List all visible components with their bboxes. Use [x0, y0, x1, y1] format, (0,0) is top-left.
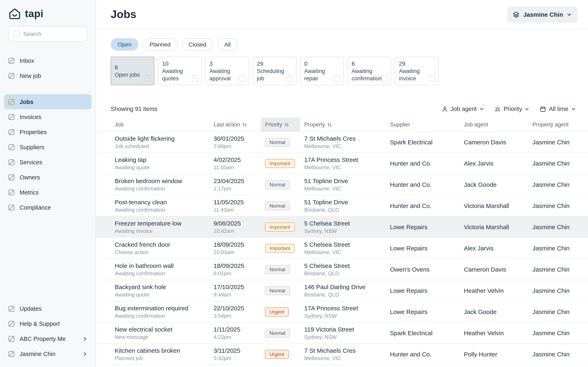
- column-header-property-agent: Property agent: [528, 118, 588, 132]
- sidebar-item-compliance[interactable]: Compliance: [4, 200, 91, 215]
- sidebar-item-jobs[interactable]: Jobs: [4, 94, 91, 109]
- chevron-down-icon: [480, 107, 484, 111]
- property-address: 5 Chelsea Street: [304, 220, 382, 227]
- sidebar-item-label: Jobs: [20, 99, 34, 105]
- stat-card-scheduling-job[interactable]: 29 Scheduling job: [253, 57, 296, 85]
- sidebar-item-abc-property-me[interactable]: ABC Property Me: [4, 331, 91, 346]
- sidebar-item-invoices[interactable]: Invoices: [4, 109, 91, 124]
- stat-card-label: Scheduling job: [257, 68, 287, 82]
- property-agent-name: Jasmine Chin: [532, 139, 584, 146]
- filter-tab-label: Planned: [150, 41, 171, 48]
- property-agent-name: Jasmine Chin: [532, 287, 584, 294]
- time-filter[interactable]: All time: [540, 106, 576, 112]
- user-menu-button[interactable]: Jasmine Chin: [507, 6, 577, 23]
- table-row[interactable]: Leaking tapAwaiting quote 4/02/202511:50…: [96, 153, 588, 174]
- sidebar-item-help-support[interactable]: Help & Support: [4, 316, 91, 331]
- supplier-name: Lowe Repairs: [390, 287, 456, 294]
- placeholder-icon: [8, 72, 15, 79]
- table-row[interactable]: Freezer temperature lowAwaiting invoice …: [96, 216, 588, 238]
- table-row[interactable]: Broken bedroom windowAwaiting confirmati…: [96, 174, 588, 195]
- property-address: 7 St Michaels Cres: [304, 347, 382, 354]
- job-agent-name: Heather Velvin: [464, 329, 524, 336]
- sidebar-item-updates[interactable]: Updates: [4, 301, 91, 316]
- property-address: 51 Topline Drive: [304, 177, 382, 184]
- sidebar-item-services[interactable]: Services: [4, 155, 91, 170]
- stat-card-open-jobs[interactable]: 6 Open jobs: [111, 57, 154, 85]
- stat-card-awaiting-confirmation[interactable]: 6 Awaiting confirmation: [347, 57, 391, 85]
- property-city: Sydney, NSW: [304, 228, 382, 234]
- priority-badge: Normal: [265, 138, 290, 147]
- table-row[interactable]: Post-tenancy cleanAwaiting confirmation …: [96, 195, 588, 216]
- job-agent-filter[interactable]: Job agent: [442, 106, 484, 112]
- placeholder-icon: [8, 57, 15, 64]
- search-box[interactable]: [8, 26, 87, 42]
- list-toolbar: Showing 91 items Job agent Priority: [96, 85, 588, 118]
- tab-closed[interactable]: Closed: [182, 38, 213, 50]
- calendar-icon: [540, 106, 546, 112]
- job-status: Awaiting confirmation: [115, 313, 205, 319]
- placeholder-icon: [8, 174, 15, 180]
- stat-card-label: Awaiting repair: [304, 68, 334, 82]
- sidebar-item-suppliers[interactable]: Suppliers: [4, 140, 91, 155]
- chevron-right-icon: [82, 336, 87, 341]
- stat-card-awaiting-invoice[interactable]: 29 Awaiting invoice: [395, 57, 439, 85]
- stat-card-count: 0: [304, 60, 340, 67]
- sidebar-item-label: Jasmine Chin: [20, 350, 56, 357]
- table-row[interactable]: New electrical socketNew message 1/11/20…: [96, 322, 588, 343]
- table-row[interactable]: Hole in bathroom wallAwaiting confirmati…: [96, 259, 588, 280]
- placeholder-icon: [287, 75, 293, 82]
- last-action-time: 6:01pm: [214, 270, 257, 276]
- placeholder-icon: [381, 75, 388, 82]
- property-agent-name: Jasmine Chin: [532, 160, 584, 167]
- priority-badge: Urgent: [265, 307, 289, 316]
- stat-card-awaiting-repair[interactable]: 0 Awaiting repair: [300, 57, 344, 85]
- showing-count: Showing 91 items: [111, 106, 157, 112]
- column-header-priority[interactable]: Priority: [261, 118, 300, 132]
- stat-cards-row: 6 Open jobs 10 Awaiting quotes 3 Awaitin…: [96, 50, 588, 85]
- priority-filter[interactable]: Priority: [495, 106, 529, 112]
- table-header-row: Job Last action Priority Property Suppli…: [96, 118, 588, 132]
- layers-icon: [513, 11, 520, 18]
- last-action-date: 30/01/2025: [214, 135, 257, 142]
- stat-card-awaiting-approval[interactable]: 3 Awaiting approval: [205, 57, 249, 85]
- stat-card-awaiting-quotes[interactable]: 10 Awaiting quotes: [158, 57, 202, 85]
- property-address: 119 Victoria Street: [304, 326, 382, 333]
- search-input[interactable]: [23, 31, 97, 37]
- priority-badge: Normal: [265, 328, 290, 337]
- sidebar-item-properties[interactable]: Properties: [4, 124, 91, 140]
- table-row[interactable]: Bug extermination requiredAwaiting confi…: [96, 301, 588, 322]
- logo[interactable]: tapi: [0, 7, 95, 26]
- column-header-last-action[interactable]: Last action: [209, 118, 261, 132]
- property-address: 7 St Michaels Cres: [304, 135, 382, 142]
- table-row[interactable]: Cracked french doorChoose action 18/09/2…: [96, 238, 588, 259]
- job-title: Outside light flickering: [115, 135, 205, 142]
- job-title: New electrical socket: [115, 326, 205, 333]
- supplier-name: Lowe Repairs: [390, 245, 456, 252]
- sidebar-item-owners[interactable]: Owners: [4, 170, 91, 185]
- sidebar-item-metrics[interactable]: Metrics: [4, 185, 91, 200]
- last-action-date: 1/11/2025: [214, 326, 257, 333]
- last-action-date: 11/05/2025: [214, 199, 257, 206]
- table-row[interactable]: Outside light flickeringJob scheduled 30…: [96, 132, 588, 153]
- sidebar-item-inbox[interactable]: Inbox: [4, 53, 91, 68]
- job-title: Backyard sink hole: [115, 284, 205, 290]
- stat-card-count: 29: [257, 60, 292, 67]
- tab-all[interactable]: All: [217, 38, 237, 50]
- sidebar-item-jasmine-chin[interactable]: Jasmine Chin: [4, 346, 91, 361]
- placeholder-icon: [334, 75, 340, 82]
- sidebar-item-new-job[interactable]: New job: [4, 68, 91, 83]
- toolbar-filters: Job agent Priority: [442, 106, 576, 112]
- property-agent-name: Jasmine Chin: [532, 266, 584, 273]
- tab-planned[interactable]: Planned: [143, 38, 178, 50]
- table-row[interactable]: Backyard sink holeAwaiting quote 17/10/2…: [96, 280, 588, 301]
- table-row[interactable]: Kitchen cabinets brokenPlanned job 3/11/…: [96, 343, 588, 365]
- placeholder-icon: [8, 114, 15, 120]
- sort-icon: [327, 122, 332, 127]
- placeholder-icon: [239, 75, 245, 82]
- property-address: 17A Princess Street: [304, 156, 382, 163]
- supplier-name: Hunter and Co.: [390, 202, 456, 209]
- column-header-property[interactable]: Property: [300, 118, 386, 132]
- property-city: Melbourne, VIC: [304, 355, 382, 361]
- job-agent-name: Cameron Davis: [464, 139, 524, 146]
- tab-open[interactable]: Open: [111, 38, 139, 50]
